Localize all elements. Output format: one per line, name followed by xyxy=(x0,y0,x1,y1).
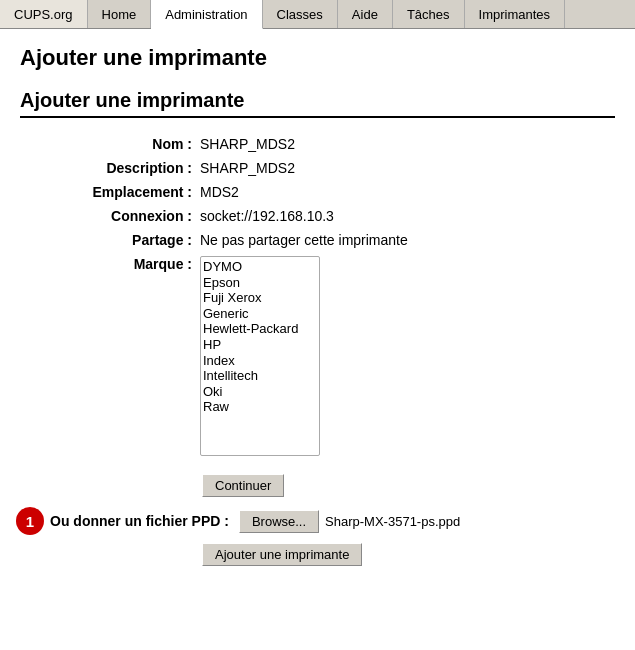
partage-row: Partage : Ne pas partager cette impriman… xyxy=(20,230,615,248)
ppd-filename: Sharp-MX-3571-ps.ppd xyxy=(325,514,460,529)
connexion-label: Connexion : xyxy=(20,206,200,224)
connexion-row: Connexion : socket://192.168.10.3 xyxy=(20,206,615,224)
description-label: Description : xyxy=(20,158,200,176)
annotation-1: 1 xyxy=(16,507,44,535)
marque-select-container: DYMOEpsonFuji XeroxGenericHewlett-Packar… xyxy=(200,254,615,456)
section-title: Ajouter une imprimante xyxy=(20,89,615,118)
marque-select[interactable]: DYMOEpsonFuji XeroxGenericHewlett-Packar… xyxy=(200,256,320,456)
add-printer-button[interactable]: Ajouter une imprimante xyxy=(202,543,362,566)
nav-cups[interactable]: CUPS.org xyxy=(0,0,88,28)
emplacement-label: Emplacement : xyxy=(20,182,200,200)
nav-imprimantes[interactable]: Imprimantes xyxy=(465,0,566,28)
nav-home[interactable]: Home xyxy=(88,0,152,28)
form-table: Nom : SHARP_MDS2 Description : SHARP_MDS… xyxy=(20,134,615,456)
nom-row: Nom : SHARP_MDS2 xyxy=(20,134,615,152)
continuer-container: Continuer xyxy=(202,468,615,497)
nav-taches[interactable]: Tâches xyxy=(393,0,465,28)
marque-label: Marque : xyxy=(20,254,200,272)
nav-aide[interactable]: Aide xyxy=(338,0,393,28)
continuer-button[interactable]: Continuer xyxy=(202,474,284,497)
connexion-value: socket://192.168.10.3 xyxy=(200,206,615,224)
emplacement-value: MDS2 xyxy=(200,182,615,200)
ppd-row: 1 Ou donner un fichier PPD : Browse... S… xyxy=(20,507,615,535)
navigation: CUPS.org Home Administration Classes Aid… xyxy=(0,0,635,29)
description-row: Description : SHARP_MDS2 xyxy=(20,158,615,176)
marque-row: Marque : DYMOEpsonFuji XeroxGenericHewle… xyxy=(20,254,615,456)
page-content: Ajouter une imprimante Ajouter une impri… xyxy=(0,29,635,582)
nom-label: Nom : xyxy=(20,134,200,152)
page-title: Ajouter une imprimante xyxy=(20,45,615,71)
bottom-section: 1 Ou donner un fichier PPD : Browse... S… xyxy=(20,507,615,566)
partage-label: Partage : xyxy=(20,230,200,248)
ppd-label: Ou donner un fichier PPD : xyxy=(50,513,229,529)
partage-value: Ne pas partager cette imprimante xyxy=(200,230,615,248)
nav-classes[interactable]: Classes xyxy=(263,0,338,28)
browse-button[interactable]: Browse... xyxy=(239,510,319,533)
emplacement-row: Emplacement : MDS2 xyxy=(20,182,615,200)
add-printer-container: Ajouter une imprimante xyxy=(202,543,615,566)
nav-administration[interactable]: Administration xyxy=(151,0,262,29)
nom-value: SHARP_MDS2 xyxy=(200,134,615,152)
description-value: SHARP_MDS2 xyxy=(200,158,615,176)
